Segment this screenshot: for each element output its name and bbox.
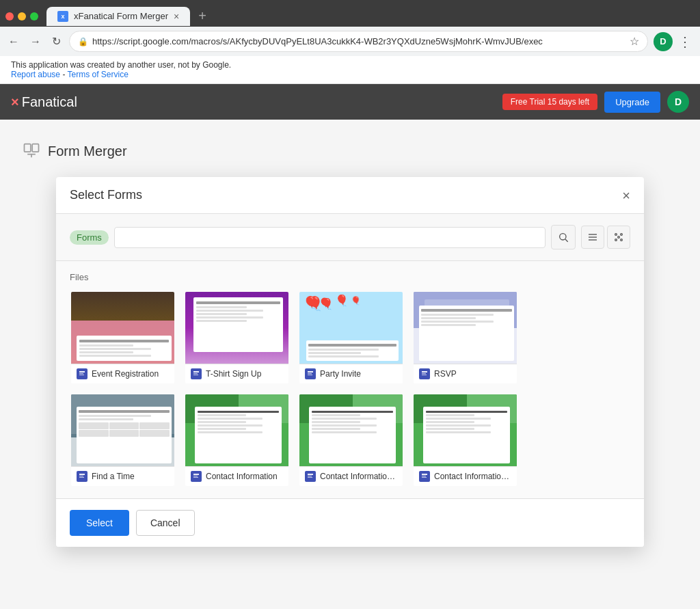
- svg-rect-7: [589, 236, 597, 237]
- maximize-dot[interactable]: [30, 12, 38, 21]
- view-buttons: [581, 226, 630, 249]
- page-header: Form Merger: [22, 141, 678, 161]
- svg-rect-17: [193, 371, 199, 373]
- svg-point-10: [615, 234, 617, 236]
- svg-rect-28: [79, 477, 84, 478]
- cancel-button[interactable]: Cancel: [136, 510, 195, 536]
- modal-body: Files: [56, 261, 644, 498]
- browser-right-buttons: D ⋮: [654, 32, 695, 51]
- form-icon-contact-e: [305, 471, 316, 482]
- free-trial-badge: Free Trial 15 days left: [502, 94, 597, 110]
- svg-rect-23: [422, 371, 427, 373]
- svg-rect-24: [422, 373, 426, 374]
- search-input[interactable]: [114, 227, 546, 248]
- form-thumbnail-event-registration: [71, 292, 176, 364]
- modal-title: Select Forms: [70, 188, 142, 202]
- report-abuse-link[interactable]: Report abuse: [11, 70, 60, 79]
- form-card-event-registration[interactable]: Event Registration: [70, 290, 176, 385]
- close-dot[interactable]: [5, 12, 14, 21]
- form-card-contact-information-2[interactable]: Contact Information 2: [412, 393, 518, 487]
- form-card-contact-information-e[interactable]: Contact Information E...: [298, 393, 404, 487]
- form-merger-icon: [22, 141, 41, 161]
- svg-rect-6: [589, 234, 597, 234]
- window-controls: [5, 12, 38, 21]
- form-thumbnail-contact-1: [185, 394, 290, 466]
- new-tab-button[interactable]: +: [193, 5, 212, 27]
- form-icon-find-a-time: [77, 471, 88, 482]
- svg-rect-30: [193, 476, 198, 476]
- form-icon-event-registration: [77, 368, 88, 379]
- form-thumbnail-contact-e: [299, 394, 404, 466]
- form-icon-contact-1: [191, 471, 202, 482]
- modal-close-button[interactable]: ×: [622, 189, 630, 202]
- form-name-rsvp: RSVP: [434, 369, 457, 379]
- form-card-label-party-invite: Party Invite: [299, 364, 403, 383]
- tab-favicon: x: [57, 11, 68, 22]
- form-card-label-tshirt: T-Shirt Sign Up: [185, 364, 288, 383]
- select-button[interactable]: Select: [70, 510, 129, 536]
- app-logo: × Fanatical: [11, 94, 77, 110]
- form-card-label-contact-e: Contact Information E...: [299, 466, 403, 486]
- address-bar[interactable]: 🔒 https://script.google.com/macros/s/AKf…: [69, 31, 648, 52]
- svg-rect-14: [79, 371, 85, 373]
- form-name-contact-2: Contact Information 2: [434, 472, 511, 481]
- form-card-tshirt[interactable]: T-Shirt Sign Up: [184, 290, 290, 385]
- star-icon[interactable]: ☆: [630, 35, 639, 48]
- svg-rect-0: [25, 144, 31, 152]
- svg-rect-22: [308, 375, 312, 375]
- svg-point-9: [618, 236, 620, 239]
- app-header: × Fanatical Free Trial 15 days left Upgr…: [0, 84, 700, 120]
- nav-forward-button[interactable]: →: [27, 33, 44, 51]
- svg-rect-26: [79, 474, 85, 475]
- form-icon-party-invite: [305, 368, 316, 379]
- svg-point-12: [615, 239, 617, 241]
- svg-rect-36: [422, 476, 426, 476]
- svg-rect-8: [589, 239, 597, 240]
- nav-refresh-button[interactable]: ↻: [49, 32, 64, 51]
- list-view-button[interactable]: [581, 226, 604, 249]
- form-card-label-event-registration: Event Registration: [71, 364, 174, 383]
- modal-header: Select Forms ×: [56, 177, 644, 214]
- form-thumbnail-find-a-time: [71, 394, 176, 466]
- modal-search-area: Forms: [56, 214, 644, 261]
- user-avatar[interactable]: D: [667, 91, 689, 113]
- form-name-party-invite: Party Invite: [320, 369, 361, 379]
- svg-point-11: [621, 234, 623, 236]
- terms-link[interactable]: Terms of Service: [68, 70, 129, 79]
- form-name-tshirt: T-Shirt Sign Up: [206, 369, 261, 379]
- form-card-label-rsvp: RSVP: [414, 364, 517, 383]
- svg-rect-20: [308, 371, 313, 373]
- grid-view-button[interactable]: [607, 226, 630, 249]
- svg-rect-37: [422, 477, 427, 478]
- form-card-rsvp[interactable]: RSVP: [412, 290, 518, 385]
- svg-point-4: [560, 234, 566, 240]
- svg-rect-33: [308, 476, 312, 476]
- svg-line-5: [565, 239, 568, 242]
- svg-rect-18: [193, 373, 198, 374]
- main-content: Form Merger Select Forms × Forms: [0, 120, 700, 609]
- minimize-dot[interactable]: [18, 12, 26, 21]
- svg-rect-27: [79, 476, 83, 476]
- browser-tab[interactable]: x xFanatical Form Merger ×: [46, 7, 190, 26]
- form-name-event-registration: Event Registration: [92, 369, 159, 379]
- svg-rect-32: [308, 474, 313, 475]
- form-card-party-invite[interactable]: 🎈 🎈 🎈 🎈: [298, 290, 404, 385]
- search-tag: Forms: [70, 230, 109, 245]
- form-thumbnail-tshirt: [185, 292, 290, 364]
- form-thumbnail-contact-2: [414, 394, 518, 466]
- user-avatar-browser[interactable]: D: [654, 32, 673, 51]
- tab-close-button[interactable]: ×: [174, 11, 179, 22]
- nav-back-button[interactable]: ←: [5, 33, 22, 51]
- search-button[interactable]: [551, 225, 576, 249]
- files-label: Files: [70, 272, 630, 282]
- browser-menu-button[interactable]: ⋮: [675, 32, 695, 51]
- form-card-find-a-time[interactable]: Find a Time: [70, 393, 176, 487]
- form-card-label-contact-2: Contact Information 2: [414, 466, 517, 486]
- browser-chrome: x xFanatical Form Merger × + ← → ↻ 🔒 htt…: [0, 0, 700, 56]
- logo-x: ×: [11, 94, 19, 110]
- svg-rect-1: [32, 144, 38, 152]
- svg-rect-21: [308, 373, 312, 374]
- svg-rect-15: [79, 373, 83, 374]
- upgrade-button[interactable]: Upgrade: [604, 92, 660, 113]
- form-card-contact-information-1[interactable]: Contact Information: [184, 393, 290, 487]
